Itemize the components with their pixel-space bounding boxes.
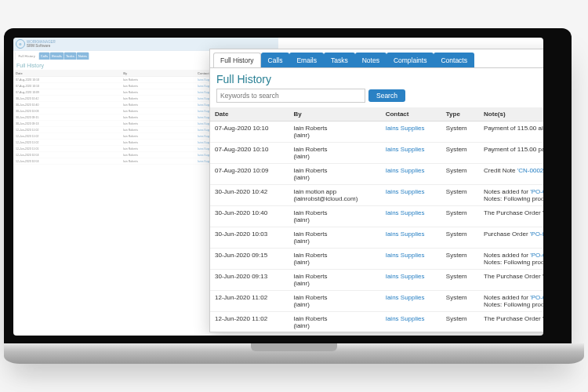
table-row: 30-Jun-2020 09:13Iain Roberts(iainr)Iain… (210, 270, 543, 291)
page-title: Full History (216, 73, 543, 85)
tab-full-history[interactable]: Full History (213, 53, 261, 67)
cell-type: System (441, 122, 479, 143)
cell-contact[interactable]: Iains Supplies (381, 249, 441, 270)
col-by: By (289, 107, 380, 122)
cell-by: Iain Roberts(iainr) (289, 206, 380, 227)
col-date: Date (210, 107, 289, 122)
cell-contact[interactable]: Iains Supplies (381, 291, 441, 312)
table-row: 07-Aug-2020 10:10Iain Roberts(iainr)Iain… (210, 143, 543, 164)
cell-date: 07-Aug-2020 10:09 (210, 164, 289, 185)
cell-type: System (441, 206, 479, 227)
cell-note: Notes added for 'PO-0070'Notes: Followin… (479, 291, 543, 312)
tab-calls[interactable]: Calls (261, 53, 290, 67)
cell-note: Notes added for 'PO-0072'Notes: Followin… (479, 185, 543, 206)
cell-type: System (441, 227, 479, 249)
cell-type: System (441, 312, 479, 333)
tab-complaints[interactable]: Complaints (387, 53, 434, 67)
cell-contact[interactable]: Iains Supplies (381, 312, 441, 333)
table-row: 07-Aug-2020 10:10Iain Roberts(iainr)Iain… (210, 122, 543, 143)
cell-note: Notes added for 'PO-0071'Notes: Followin… (479, 249, 543, 270)
cell-date: 07-Aug-2020 10:10 (210, 122, 289, 143)
cell-contact[interactable]: Iains Supplies (381, 227, 441, 249)
tab-bar: Full HistoryCallsEmailsTasksNotesComplai… (210, 49, 543, 68)
cell-date: 07-Aug-2020 10:10 (210, 143, 289, 164)
main-panel: Full HistoryCallsEmailsTasksNotesComplai… (209, 49, 543, 332)
cell-type: System (441, 164, 479, 185)
cell-note: Credit Note 'CN-0002' has been created f… (479, 164, 543, 185)
cell-by: Iain Roberts(iainr) (289, 270, 380, 291)
tab-tasks[interactable]: Tasks (324, 53, 355, 67)
cell-date: 12-Jun-2020 11:02 (210, 291, 289, 312)
table-row: 12-Jun-2020 11:02Iain Roberts(iainr)Iain… (210, 312, 543, 333)
laptop-base (4, 343, 584, 364)
cell-note: The Purchase Order 'PO-0070' has been cr… (479, 312, 543, 333)
table-body: 07-Aug-2020 10:10Iain Roberts(iainr)Iain… (210, 122, 543, 333)
table-row: 30-Jun-2020 09:15Iain Roberts(iainr)Iain… (210, 249, 543, 270)
cell-by: Iain Roberts(iainr) (289, 312, 380, 333)
cell-date: 30-Jun-2020 09:15 (210, 249, 289, 270)
cell-date: 12-Jun-2020 11:02 (210, 312, 289, 333)
cell-contact[interactable]: Iains Supplies (381, 206, 441, 227)
cell-by: Iain Roberts(iainr) (289, 122, 380, 143)
table-row: 30-Jun-2020 10:42Iain motion app(iainrob… (210, 185, 543, 206)
cell-note: Purchase Order 'PO-0071' has been create… (479, 227, 543, 249)
search-button[interactable]: Search (368, 89, 405, 102)
cell-type: System (441, 291, 479, 312)
table-row: 30-Jun-2020 10:40Iain Roberts(iainr)Iain… (210, 206, 543, 227)
cell-by: Iain Roberts(iainr) (289, 227, 380, 249)
cell-contact[interactable]: Iains Supplies (381, 185, 441, 206)
table-row: 30-Jun-2020 10:03Iain Roberts(iainr)Iain… (210, 227, 543, 249)
cell-date: 30-Jun-2020 10:40 (210, 206, 289, 227)
col-type: Type (441, 107, 479, 122)
cell-by: Iain Roberts(iainr) (289, 164, 380, 185)
cell-by: Iain Roberts(iainr) (289, 143, 380, 164)
cell-note: The Purchase Order 'PO-0072' has been cr… (479, 206, 543, 227)
search-input[interactable] (216, 89, 365, 103)
cell-note: Payment of 115.00 allocated to purchase … (479, 122, 543, 143)
cell-by: Iain motion app(iainrobst@icloud.com) (289, 185, 380, 206)
tab-emails[interactable]: Emails (289, 53, 324, 67)
table-header-row: DateByContactTypeNote(s) (210, 107, 543, 122)
cell-contact[interactable]: Iains Supplies (381, 143, 441, 164)
cell-date: 30-Jun-2020 10:42 (210, 185, 289, 206)
brand-logo: e (16, 39, 25, 49)
product-name: SRM Software (27, 44, 56, 48)
cell-contact[interactable]: Iains Supplies (381, 164, 441, 185)
cell-type: System (441, 270, 479, 291)
cell-type: System (441, 143, 479, 164)
cell-contact[interactable]: Iains Supplies (381, 270, 441, 291)
table-row: 12-Jun-2020 11:02Iain Roberts(iainr)Iain… (210, 291, 543, 312)
cell-type: System (441, 185, 479, 206)
col-note(s): Note(s) (479, 107, 543, 122)
cell-type: System (441, 249, 479, 270)
cell-note: The Purchase Order 'PO-0071' has been cr… (479, 270, 543, 291)
col-contact: Contact (381, 107, 441, 122)
cell-contact[interactable]: Iains Supplies (381, 122, 441, 143)
cell-date: 30-Jun-2020 09:13 (210, 270, 289, 291)
table-row: 07-Aug-2020 10:09Iain Roberts(iainr)Iain… (210, 164, 543, 185)
cell-by: Iain Roberts(iainr) (289, 249, 380, 270)
tab-notes[interactable]: Notes (355, 53, 387, 67)
cell-date: 30-Jun-2020 10:03 (210, 227, 289, 249)
cell-by: Iain Roberts(iainr) (289, 291, 380, 312)
cell-note: Payment of 115.00 paid (479, 143, 543, 164)
tab-contacts[interactable]: Contacts (434, 53, 474, 67)
